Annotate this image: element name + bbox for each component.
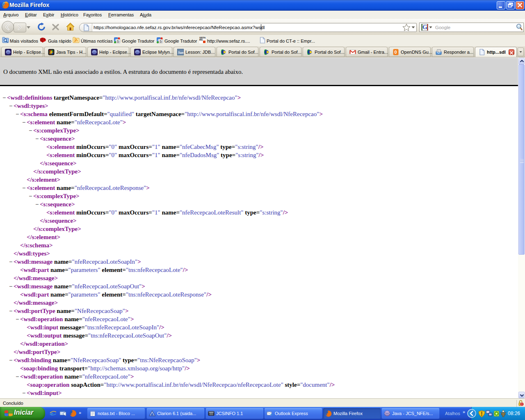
svg-text:Sun: Sun <box>178 51 184 55</box>
svg-text:b: b <box>117 39 119 43</box>
svg-text:0: 0 <box>395 50 397 55</box>
svg-text:a: a <box>158 38 160 42</box>
svg-text:b: b <box>160 39 162 43</box>
svg-text:a: a <box>115 38 117 42</box>
